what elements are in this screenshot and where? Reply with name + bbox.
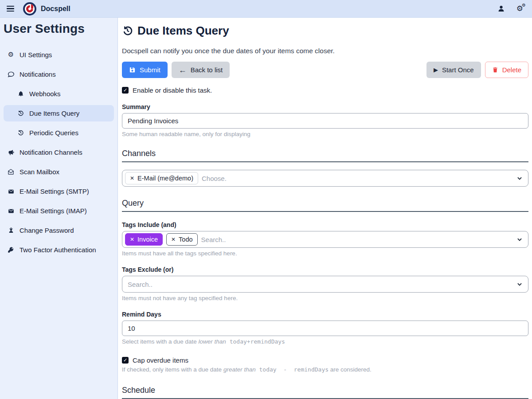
docspell-logo[interactable] <box>23 2 36 16</box>
user-icon[interactable] <box>497 5 505 12</box>
envelope-icon <box>7 188 15 195</box>
tags-exclude-placeholder: Search.. <box>128 281 153 288</box>
tags-include-select[interactable]: ✕ Invoice ✕ Todo Search.. <box>122 231 528 248</box>
gears-icon[interactable]: ⚙⚙ <box>516 5 523 12</box>
gear-icon: ⚙ <box>7 51 15 59</box>
play-icon: ▶ <box>434 67 438 73</box>
sidebar-item-change-password[interactable]: Change Password <box>4 222 114 239</box>
page-title: Due Items Query <box>122 24 528 38</box>
main-content: Due Items Query Docspell can notify you … <box>118 18 532 399</box>
history-icon <box>17 129 24 136</box>
sidebar: User Settings ⚙ UI Settings Notification… <box>0 18 118 399</box>
start-once-button[interactable]: ▶ Start Once <box>426 62 481 78</box>
remove-chip-icon[interactable]: ✕ <box>171 237 176 242</box>
cap-overdue-row: ✓ Cap overdue items <box>122 356 528 364</box>
bullhorn-icon <box>7 149 15 156</box>
cap-overdue-help: If checked, only items with a due date g… <box>122 366 528 373</box>
top-bar: Docspell ⚙⚙ <box>0 0 532 18</box>
cap-overdue-checkbox[interactable]: ✓ <box>122 357 129 364</box>
summary-help: Some human readable name, only for displ… <box>122 131 528 137</box>
remove-chip-icon[interactable]: ✕ <box>130 176 134 181</box>
tags-exclude-help: Items must not have any tag specified he… <box>122 295 528 301</box>
sidebar-item-ui-settings[interactable]: ⚙ UI Settings <box>4 46 114 63</box>
sidebar-item-notification-channels[interactable]: Notification Channels <box>4 144 114 160</box>
sidebar-item-webhooks[interactable]: Webhooks <box>4 86 114 102</box>
tag-chip-todo[interactable]: ✕ Todo <box>166 233 198 246</box>
remind-days-input[interactable] <box>122 321 528 336</box>
remind-days-help: Select items with a due date lower than … <box>122 338 528 345</box>
channels-placeholder: Choose. <box>202 175 227 182</box>
submit-button[interactable]: Submit <box>122 62 168 78</box>
sidebar-item-scan-mailbox[interactable]: Scan Mailbox <box>4 164 114 180</box>
page-description: Docspell can notify you once the due dat… <box>122 47 528 55</box>
tag-chip-invoice[interactable]: ✕ Invoice <box>125 233 163 246</box>
envelope-icon <box>7 208 15 214</box>
bell-icon <box>17 90 24 97</box>
sidebar-item-email-imap[interactable]: E-Mail Settings (IMAP) <box>4 203 114 219</box>
tags-exclude-label: Tags Exclude (or) <box>122 266 528 273</box>
key-icon <box>7 246 15 253</box>
remind-days-label: Remind Days <box>122 311 528 318</box>
delete-button[interactable]: Delete <box>485 62 528 78</box>
summary-label: Summary <box>122 103 528 110</box>
sidebar-title: User Settings <box>0 18 117 36</box>
remove-chip-icon[interactable]: ✕ <box>130 237 134 242</box>
comment-icon <box>7 71 15 78</box>
tags-include-help: Items must have all the tags specified h… <box>122 250 528 257</box>
arrow-left-icon: ← <box>179 66 187 74</box>
chevron-down-icon <box>516 236 523 243</box>
tags-include-label: Tags Include (and) <box>122 221 528 228</box>
schedule-section-header: Schedule <box>122 386 528 399</box>
sidebar-item-periodic-queries[interactable]: Periodic Queries <box>4 125 114 141</box>
summary-input[interactable] <box>122 113 528 129</box>
sidebar-item-two-factor[interactable]: Two Factor Authentication <box>4 242 114 258</box>
menu-icon[interactable] <box>0 0 20 18</box>
user-secret-icon <box>7 227 15 234</box>
query-section-header: Query <box>122 199 528 212</box>
sidebar-item-email-smtp[interactable]: E-Mail Settings (SMTP) <box>4 183 114 200</box>
enable-task-row: ✓ Enable or disable this task. <box>122 86 528 94</box>
history-icon <box>122 25 133 36</box>
back-to-list-button[interactable]: ← Back to list <box>172 62 230 78</box>
tags-exclude-select[interactable]: Search.. <box>122 276 528 293</box>
cap-overdue-label: Cap overdue items <box>133 356 188 364</box>
channels-section-header: Channels <box>122 149 528 162</box>
enable-task-label: Enable or disable this task. <box>133 86 212 94</box>
sidebar-item-due-items-query[interactable]: Due Items Query <box>4 105 114 121</box>
enable-task-checkbox[interactable]: ✓ <box>122 87 129 94</box>
channel-chip[interactable]: ✕ E-Mail (me@demo) <box>125 172 198 184</box>
save-icon <box>129 66 136 73</box>
sidebar-item-notifications[interactable]: Notifications <box>4 66 114 82</box>
trash-icon <box>492 66 498 73</box>
chevron-down-icon <box>516 175 523 181</box>
brand-title: Docspell <box>41 5 70 13</box>
channels-select[interactable]: ✕ E-Mail (me@demo) Choose. <box>122 170 528 187</box>
history-icon <box>17 110 24 117</box>
tags-include-placeholder: Search.. <box>201 236 226 243</box>
chevron-down-icon <box>516 281 523 287</box>
envelope-open-icon <box>7 168 15 175</box>
